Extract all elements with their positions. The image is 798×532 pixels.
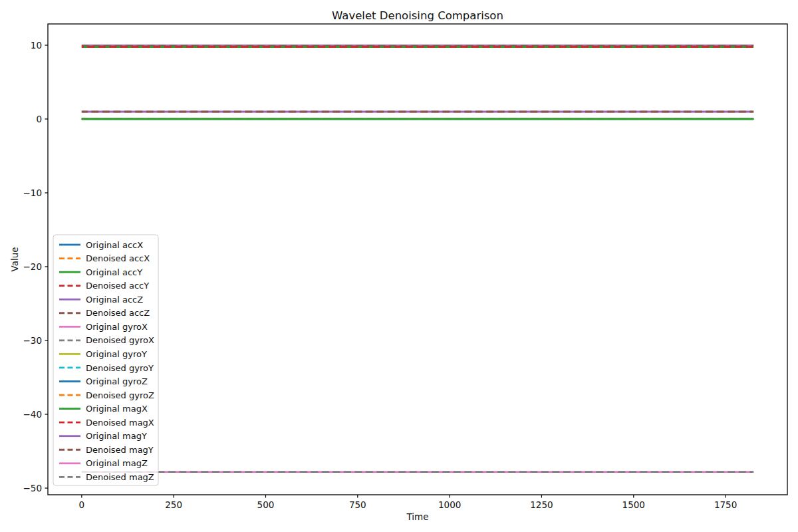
y-tick-label: −40 [23,409,43,420]
x-tick-label: 250 [165,499,182,510]
legend-label: Original magY [86,431,147,441]
legend-label: Denoised accZ [86,308,150,318]
y-tick-label: 10 [31,40,42,51]
x-tick-label: 750 [349,499,366,510]
legend-label: Original gyroZ [86,376,148,386]
x-tick-label: 1000 [438,499,461,510]
y-axis: 100−10−20−30−40−50 [23,40,49,493]
legend-label: Denoised gyroY [86,363,154,373]
legend-label: Original magZ [86,458,148,468]
legend-label: Original gyroY [86,349,147,359]
legend-label: Denoised magY [86,445,154,455]
figure-canvas: 02505007501000125015001750 100−10−20−30−… [0,0,798,532]
x-tick-label: 1500 [622,499,645,510]
chart-title: Wavelet Denoising Comparison [332,9,503,22]
legend-label: Original magX [86,404,148,414]
x-axis-label: Time [406,511,428,522]
legend-label: Original accZ [86,295,143,305]
y-axis-label: Value [9,247,20,271]
y-tick-label: −10 [23,188,43,198]
legend-label: Denoised gyroZ [86,390,154,400]
legend-label: Denoised magX [86,418,154,428]
legend: Original accXDenoised accXOriginal accYD… [53,235,158,485]
legend-label: Denoised accY [86,281,149,291]
wavelet-denoising-chart: 02505007501000125015001750 100−10−20−30−… [0,0,798,532]
y-tick-label: −50 [23,483,43,493]
y-tick-label: 0 [36,114,42,124]
legend-label: Denoised gyroX [86,335,154,345]
legend-label: Original accY [86,267,142,277]
legend-label: Original gyroX [86,322,148,332]
x-tick-label: 1750 [714,499,737,510]
y-tick-label: −30 [23,335,43,346]
legend-label: Original accX [86,240,143,250]
x-tick-label: 0 [79,499,85,510]
legend-label: Denoised magZ [86,472,154,482]
x-tick-label: 1250 [530,499,553,510]
x-axis: 02505007501000125015001750 [79,495,737,510]
y-tick-label: −20 [23,261,43,272]
legend-label: Denoised accX [86,253,150,263]
plot-area [48,24,787,495]
x-tick-label: 500 [257,499,275,510]
